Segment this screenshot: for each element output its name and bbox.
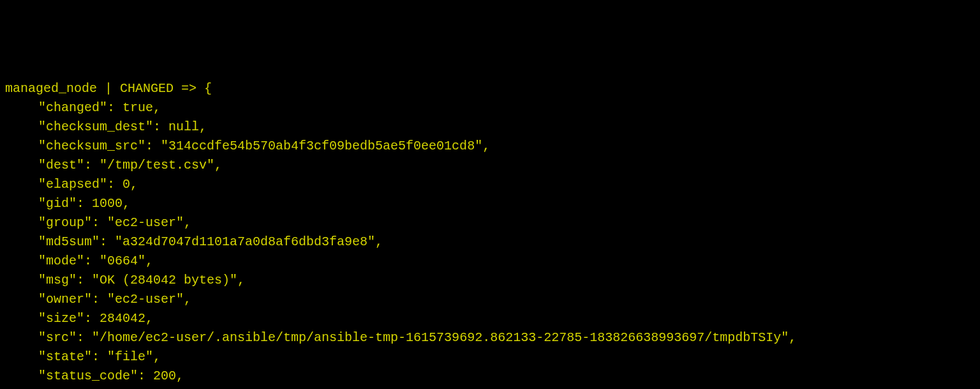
json-line-checksum-dest: "checksum_dest": null,: [5, 118, 975, 137]
json-key: "size": [38, 311, 84, 326]
json-value: "/home/ec2-user/.ansible/tmp/ansible-tmp…: [92, 330, 789, 345]
json-key: "checksum_src": [38, 139, 145, 153]
json-value: 200: [153, 369, 176, 383]
terminal-output: managed_node | CHANGED => { "changed": t…: [5, 79, 975, 389]
json-value: 1000: [92, 196, 122, 211]
json-key: "group": [38, 215, 92, 230]
json-line-md5sum: "md5sum": "a324d7047d1101a7a0d8af6dbd3fa…: [5, 233, 975, 252]
json-value: "ec2-user": [107, 292, 184, 307]
json-key: "gid": [38, 196, 77, 211]
header-separator: |: [97, 81, 120, 96]
json-line-changed: "changed": true,: [5, 98, 975, 118]
json-value: "OK (284042 bytes)": [92, 273, 237, 287]
header-arrow: => {: [174, 81, 212, 96]
json-line-group: "group": "ec2-user",: [5, 213, 975, 233]
json-line-src: "src": "/home/ec2-user/.ansible/tmp/ansi…: [5, 328, 975, 347]
json-value: "file": [107, 349, 153, 364]
json-line-checksum-src: "checksum_src": "314ccdfe54b570ab4f3cf09…: [5, 137, 975, 156]
json-line-dest: "dest": "/tmp/test.csv",: [5, 156, 975, 175]
json-line-msg: "msg": "OK (284042 bytes)",: [5, 271, 975, 290]
json-value: "a324d7047d1101a7a0d8af6dbd3fa9e8": [115, 234, 375, 249]
json-key: "owner": [38, 292, 92, 307]
json-line-uid: "uid": 1000,: [5, 386, 975, 389]
json-value: "/tmp/test.csv": [100, 158, 214, 172]
json-line-status-code: "status_code": 200,: [5, 367, 975, 386]
json-value: true: [122, 100, 153, 115]
json-key: "src": [38, 330, 77, 345]
json-key: "checksum_dest": [38, 119, 153, 134]
json-key: "elapsed": [38, 177, 107, 192]
json-line-gid: "gid": 1000,: [5, 194, 975, 213]
json-line-state: "state": "file",: [5, 347, 975, 367]
json-value: 0: [122, 177, 130, 192]
json-key: "changed": [38, 100, 107, 115]
json-line-mode: "mode": "0664",: [5, 252, 975, 271]
json-value: 284042: [100, 311, 145, 326]
json-value: "ec2-user": [107, 215, 184, 230]
json-value: null: [168, 119, 199, 134]
ansible-status: CHANGED: [120, 81, 174, 96]
json-value: "0664": [100, 254, 145, 268]
json-key: "status_code": [38, 369, 138, 383]
json-key: "dest": [38, 158, 84, 172]
json-key: "mode": [38, 254, 84, 268]
json-line-owner: "owner": "ec2-user",: [5, 290, 975, 309]
ansible-host: managed_node: [5, 81, 97, 96]
json-value: "314ccdfe54b570ab4f3cf09bedb5ae5f0ee01cd…: [161, 139, 482, 153]
json-line-elapsed: "elapsed": 0,: [5, 175, 975, 194]
json-line-size: "size": 284042,: [5, 309, 975, 328]
json-key: "md5sum": [38, 234, 100, 249]
json-key: "msg": [38, 273, 77, 287]
json-key: "state": [38, 349, 92, 364]
